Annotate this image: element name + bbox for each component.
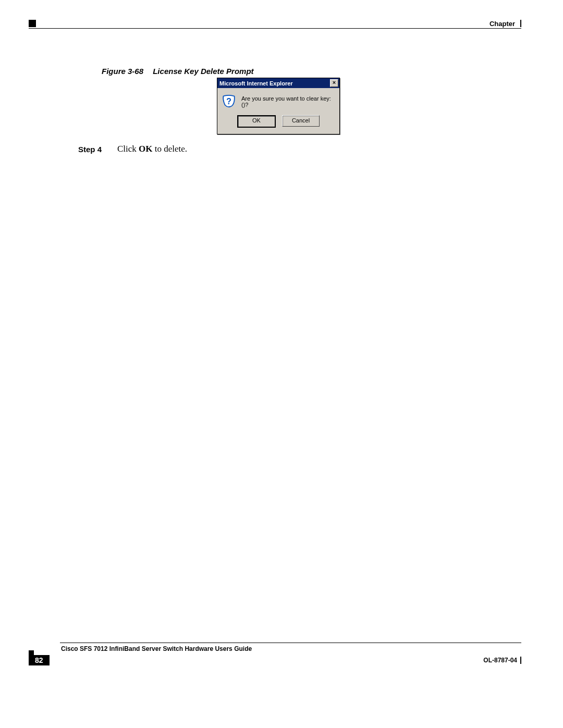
header-tick-mark xyxy=(520,20,521,27)
page-footer-lower: 82 OL-8787-04 xyxy=(29,655,521,665)
footer-rule xyxy=(60,643,521,643)
page-footer-upper: Cisco SFS 7012 InfiniBand Server Switch … xyxy=(29,643,521,652)
page-header: Chapter xyxy=(29,19,521,29)
dialog-titlebar: Microsoft Internet Explorer × xyxy=(217,78,339,88)
doc-id-tick xyxy=(520,657,521,664)
doc-id-text: OL-8787-04 xyxy=(483,657,517,664)
dialog-button-row: OK Cancel xyxy=(217,111,339,134)
step-text-prefix: Click xyxy=(117,144,139,154)
main-content: Figure 3-68 License Key Delete Prompt Mi… xyxy=(78,67,521,155)
step-text-suffix: to delete. xyxy=(153,144,188,154)
svg-text:?: ? xyxy=(226,97,231,106)
dialog-body: ? Are you sure you want to clear key: ()… xyxy=(217,88,339,111)
figure-title: License Key Delete Prompt xyxy=(153,67,253,76)
step-label: Step 4 xyxy=(78,144,102,155)
header-marker-square xyxy=(29,20,36,27)
step-instruction: Step 4 Click OK to delete. xyxy=(78,144,521,155)
ok-button[interactable]: OK xyxy=(237,115,276,128)
figure-caption: Figure 3-68 License Key Delete Prompt xyxy=(102,67,521,76)
step-text-bold: OK xyxy=(139,144,152,154)
page-number: 82 xyxy=(29,655,50,665)
question-icon: ? xyxy=(222,94,236,109)
dialog-message: Are you sure you want to clear key: ()? xyxy=(241,95,335,108)
figure-image: Microsoft Internet Explorer × ? Are you … xyxy=(217,78,521,134)
chapter-label: Chapter xyxy=(489,20,515,28)
close-icon[interactable]: × xyxy=(330,79,338,87)
dialog-title: Microsoft Internet Explorer xyxy=(219,80,293,87)
step-text: Click OK to delete. xyxy=(117,144,187,155)
document-id: OL-8787-04 xyxy=(483,657,521,664)
cancel-button[interactable]: Cancel xyxy=(282,115,320,127)
confirm-dialog: Microsoft Internet Explorer × ? Are you … xyxy=(217,78,340,134)
guide-title: Cisco SFS 7012 InfiniBand Server Switch … xyxy=(61,645,521,652)
figure-number: Figure 3-68 xyxy=(102,67,143,76)
